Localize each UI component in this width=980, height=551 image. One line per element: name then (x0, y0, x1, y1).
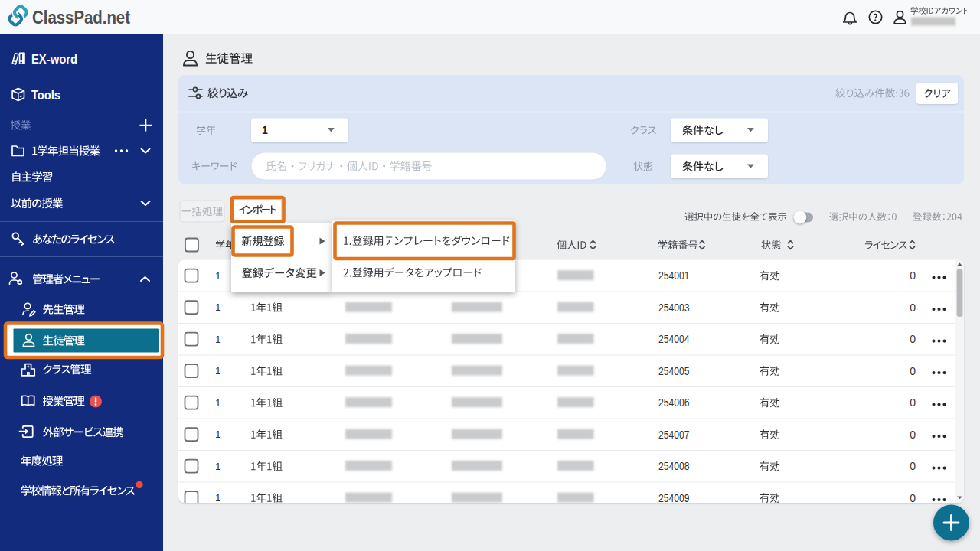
svg-text:1: 1 (215, 302, 221, 313)
svg-text:1: 1 (215, 397, 221, 409)
svg-text:254009: 254009 (658, 492, 690, 504)
svg-text:0: 0 (910, 333, 916, 345)
svg-text:254001: 254001 (658, 269, 690, 282)
svg-text:0: 0 (910, 302, 916, 314)
svg-text:0: 0 (910, 365, 916, 377)
svg-text:1: 1 (215, 270, 221, 282)
svg-text:ClassPad.net: ClassPad.net (32, 7, 130, 28)
svg-text:1: 1 (215, 461, 221, 472)
svg-text:0: 0 (910, 492, 916, 504)
svg-text:254008: 254008 (658, 460, 690, 472)
svg-text:1: 1 (262, 124, 268, 136)
svg-text:254003: 254003 (658, 302, 690, 314)
svg-text:1: 1 (215, 492, 221, 504)
svg-text:1: 1 (215, 334, 221, 345)
svg-text:0: 0 (910, 460, 916, 472)
svg-text:Tools: Tools (31, 88, 60, 103)
svg-text:0: 0 (910, 396, 916, 409)
svg-text:254005: 254005 (658, 365, 690, 377)
svg-text:0: 0 (910, 429, 916, 441)
svg-text:EX-word: EX-word (31, 52, 77, 67)
svg-text:254006: 254006 (658, 396, 690, 409)
svg-text:1: 1 (215, 429, 221, 440)
svg-text:254004: 254004 (658, 333, 690, 345)
svg-text:1: 1 (215, 365, 221, 377)
svg-text:254007: 254007 (658, 429, 690, 441)
svg-text:0: 0 (910, 269, 916, 282)
